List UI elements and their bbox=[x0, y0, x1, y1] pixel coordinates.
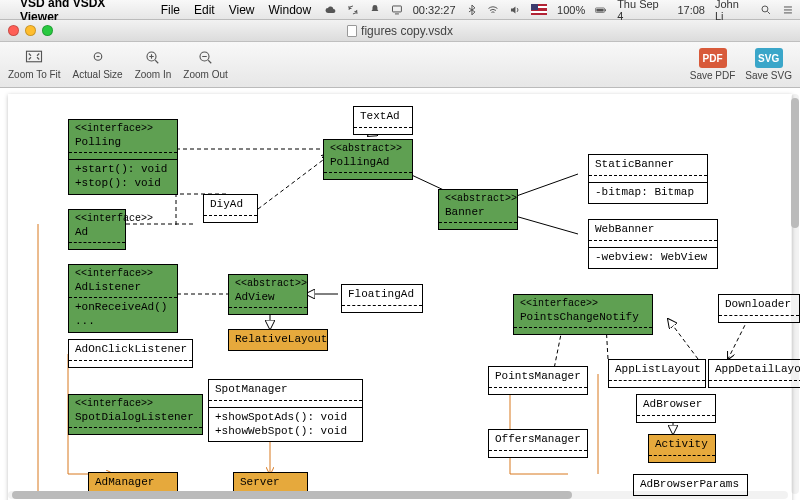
actual-size-button[interactable]: Actual Size bbox=[73, 49, 123, 80]
document-icon bbox=[347, 25, 357, 37]
class-name: RelativeLayout bbox=[229, 330, 327, 350]
display-icon[interactable] bbox=[391, 4, 403, 16]
svg-rect-3 bbox=[605, 9, 606, 11]
class-name: AdOnClickListener bbox=[69, 340, 192, 360]
class-webbanner[interactable]: WebBanner -webview: WebView bbox=[588, 219, 718, 269]
class-pointschangenotify[interactable]: <<interface>>PointsChangeNotify bbox=[513, 294, 653, 335]
menu-view[interactable]: View bbox=[229, 3, 255, 17]
class-name: SpotDialogListener bbox=[75, 411, 196, 425]
zoom-fit-icon bbox=[24, 49, 44, 67]
stereo-label: <<interface>> bbox=[75, 123, 171, 136]
battery-value: 100% bbox=[557, 4, 585, 16]
class-name: Server bbox=[234, 473, 307, 493]
traffic-lights bbox=[8, 25, 53, 36]
save-pdf-button[interactable]: PDF Save PDF bbox=[690, 48, 736, 81]
class-adlistener[interactable]: <<interface>>AdListener +onReceiveAd() .… bbox=[68, 264, 178, 333]
class-adbrowser[interactable]: AdBrowser bbox=[636, 394, 716, 423]
menu-edit[interactable]: Edit bbox=[194, 3, 215, 17]
class-applistlayout[interactable]: AppListLayout bbox=[608, 359, 706, 388]
class-name: PointsChangeNotify bbox=[520, 311, 646, 325]
class-name: Activity bbox=[649, 435, 715, 455]
class-activity[interactable]: Activity bbox=[648, 434, 716, 463]
window-title: figures copy.vsdx bbox=[0, 24, 800, 38]
zoom-in-button[interactable]: Zoom In bbox=[135, 49, 172, 80]
notifications-icon[interactable] bbox=[782, 4, 794, 16]
stereo-label: <<abstract>> bbox=[445, 193, 511, 206]
pdf-icon: PDF bbox=[699, 48, 727, 68]
zoom-out-button[interactable]: Zoom Out bbox=[183, 49, 227, 80]
mac-menubar: VSD and VSDX Viewer File Edit View Windo… bbox=[0, 0, 800, 20]
bluetooth-icon[interactable] bbox=[466, 4, 478, 16]
class-name: OffersManager bbox=[489, 430, 587, 450]
spotlight-icon[interactable] bbox=[760, 4, 772, 16]
zoom-to-fit-button[interactable]: Zoom To Fit bbox=[8, 49, 61, 80]
stereo-label: <<interface>> bbox=[520, 298, 646, 311]
stereo-label: <<abstract>> bbox=[330, 143, 406, 156]
stereo-label: <<interface>> bbox=[75, 213, 119, 226]
class-name: PollingAd bbox=[330, 156, 406, 170]
horizontal-scroll-thumb[interactable] bbox=[12, 491, 572, 499]
class-adview[interactable]: <<abstract>>AdView bbox=[228, 274, 308, 315]
vertical-scrollbar[interactable] bbox=[791, 94, 799, 494]
stereo-label: <<abstract>> bbox=[235, 278, 301, 291]
cloud-icon[interactable] bbox=[325, 4, 337, 16]
class-name: AppDetailLayout bbox=[709, 360, 800, 380]
zoom-out-icon bbox=[196, 49, 216, 67]
flag-icon[interactable] bbox=[531, 4, 547, 15]
class-name: Polling bbox=[75, 136, 171, 150]
class-name: AdListener bbox=[75, 281, 171, 295]
class-name: TextAd bbox=[354, 107, 412, 127]
minimize-button[interactable] bbox=[25, 25, 36, 36]
class-name: WebBanner bbox=[589, 220, 717, 240]
class-name: FloatingAd bbox=[342, 285, 422, 305]
svg-point-4 bbox=[762, 5, 768, 11]
class-relativelayout[interactable]: RelativeLayout bbox=[228, 329, 328, 351]
class-spotdialoglistener[interactable]: <<interface>>SpotDialogListener bbox=[68, 394, 203, 435]
timer-value: 00:32:27 bbox=[413, 4, 456, 16]
class-staticbanner[interactable]: StaticBanner -bitmap: Bitmap bbox=[588, 154, 708, 204]
class-downloader[interactable]: Downloader bbox=[718, 294, 800, 323]
class-appdetaillayout[interactable]: AppDetailLayout bbox=[708, 359, 800, 388]
save-pdf-label: Save PDF bbox=[690, 70, 736, 81]
bell-icon[interactable] bbox=[369, 4, 381, 16]
save-svg-label: Save SVG bbox=[745, 70, 792, 81]
class-name: AdManager bbox=[89, 473, 177, 493]
stereo-label: <<interface>> bbox=[75, 398, 196, 411]
wifi-icon[interactable] bbox=[487, 4, 499, 16]
class-offersmanager[interactable]: OffersManager bbox=[488, 429, 588, 458]
volume-icon[interactable] bbox=[509, 4, 521, 16]
actual-size-icon bbox=[88, 49, 108, 67]
class-polling[interactable]: <<interface>>Polling +start(): void +sto… bbox=[68, 119, 178, 195]
zoom-out-label: Zoom Out bbox=[183, 69, 227, 80]
save-svg-button[interactable]: SVG Save SVG bbox=[745, 48, 792, 81]
class-floatingad[interactable]: FloatingAd bbox=[341, 284, 423, 313]
menu-file[interactable]: File bbox=[161, 3, 180, 17]
zoom-fit-label: Zoom To Fit bbox=[8, 69, 61, 80]
stereo-label: <<interface>> bbox=[75, 268, 171, 281]
class-pointsmanager[interactable]: PointsManager bbox=[488, 366, 588, 395]
menubar-right: 00:32:27 100% Thu Sep 4 17:08 John Li bbox=[325, 0, 794, 22]
class-adonclicklistener[interactable]: AdOnClickListener bbox=[68, 339, 193, 368]
class-pollingad[interactable]: <<abstract>>PollingAd bbox=[323, 139, 413, 180]
class-name: AdBrowser bbox=[637, 395, 715, 415]
vertical-scroll-thumb[interactable] bbox=[791, 98, 799, 228]
window-titlebar[interactable]: figures copy.vsdx bbox=[0, 20, 800, 42]
close-button[interactable] bbox=[8, 25, 19, 36]
horizontal-scrollbar[interactable] bbox=[8, 491, 788, 499]
date-value: Thu Sep 4 bbox=[617, 0, 667, 22]
battery-icon[interactable] bbox=[595, 4, 607, 16]
user-name[interactable]: John Li bbox=[715, 0, 750, 22]
class-ad[interactable]: <<interface>>Ad bbox=[68, 209, 126, 250]
class-body: +showSpotAds(): void +showWebSpot(): voi… bbox=[209, 407, 362, 442]
svg-rect-2 bbox=[597, 9, 604, 12]
class-banner[interactable]: <<abstract>>Banner bbox=[438, 189, 518, 230]
menu-window[interactable]: Window bbox=[268, 3, 311, 17]
class-textad[interactable]: TextAd bbox=[353, 106, 413, 135]
class-name: Banner bbox=[445, 206, 511, 220]
svg-rect-5 bbox=[27, 51, 42, 62]
sync-icon[interactable] bbox=[347, 4, 359, 16]
class-diyad[interactable]: DiyAd bbox=[203, 194, 258, 223]
zoom-button[interactable] bbox=[42, 25, 53, 36]
canvas[interactable]: <<interface>>Polling +start(): void +sto… bbox=[0, 88, 800, 500]
class-spotmanager[interactable]: SpotManager +showSpotAds(): void +showWe… bbox=[208, 379, 363, 442]
